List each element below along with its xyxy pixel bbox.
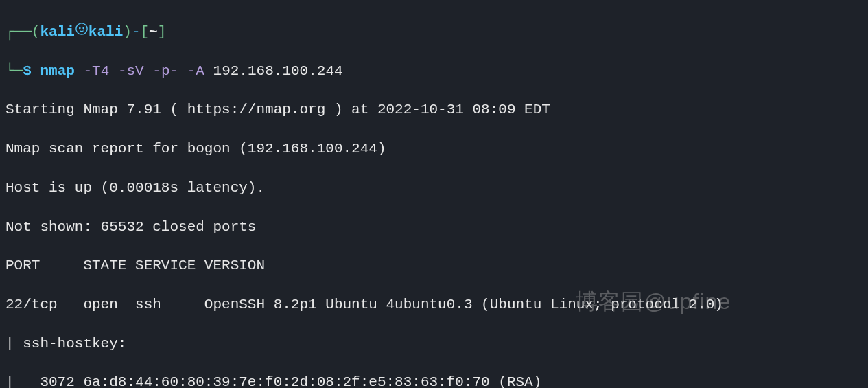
command-name: nmap — [40, 63, 74, 79]
prompt-branch: ┌── — [5, 24, 32, 40]
prompt-paren-close: ) — [123, 24, 132, 40]
command-flag-sv: -sV — [118, 63, 144, 79]
prompt-user: kali — [40, 24, 74, 40]
command-flag-t4: -T4 — [83, 63, 109, 79]
prompt-dollar: $ — [23, 63, 32, 79]
svg-point-2 — [82, 27, 84, 30]
prompt-line-1: ┌──(kalikali)-[~] — [5, 22, 863, 42]
prompt-bracket-open: [ — [140, 24, 149, 40]
output-line-rsa-key: | 3072 6a:d8:44:60:80:39:7e:f0:2d:08:2f:… — [5, 373, 863, 388]
prompt-dash: - — [132, 24, 141, 40]
command-flag-p: -p- — [152, 63, 178, 79]
watermark-text: 博客园@upfine — [576, 287, 731, 317]
kali-skull-icon — [75, 22, 88, 41]
svg-point-0 — [76, 23, 87, 34]
prompt-branch-bottom: └─ — [5, 63, 23, 79]
output-line-header: PORT STATE SERVICE VERSION — [5, 256, 863, 275]
command-flag-a: -A — [187, 63, 204, 79]
command-target: 192.168.100.244 — [213, 63, 343, 79]
prompt-bracket-close: ] — [158, 24, 167, 40]
svg-point-1 — [79, 27, 81, 30]
output-line-starting: Starting Nmap 7.91 ( https://nmap.org ) … — [5, 100, 863, 119]
prompt-host: kali — [89, 24, 123, 40]
output-line-not-shown: Not shown: 65532 closed ports — [5, 218, 863, 237]
output-line-host-up: Host is up (0.00018s latency). — [5, 179, 863, 198]
prompt-line-2: └─$ nmap -T4 -sV -p- -A 192.168.100.244 — [5, 62, 863, 81]
output-line-port22: 22/tcp open ssh OpenSSH 8.2p1 Ubuntu 4ub… — [5, 295, 863, 315]
terminal-output[interactable]: ┌──(kalikali)-[~] └─$ nmap -T4 -sV -p- -… — [5, 3, 863, 388]
prompt-cwd: ~ — [149, 24, 158, 40]
output-line-scan-report: Nmap scan report for bogon (192.168.100.… — [5, 139, 863, 159]
prompt-paren-open: ( — [32, 24, 40, 40]
output-line-sshkey-header: | ssh-hostkey: — [5, 334, 863, 354]
